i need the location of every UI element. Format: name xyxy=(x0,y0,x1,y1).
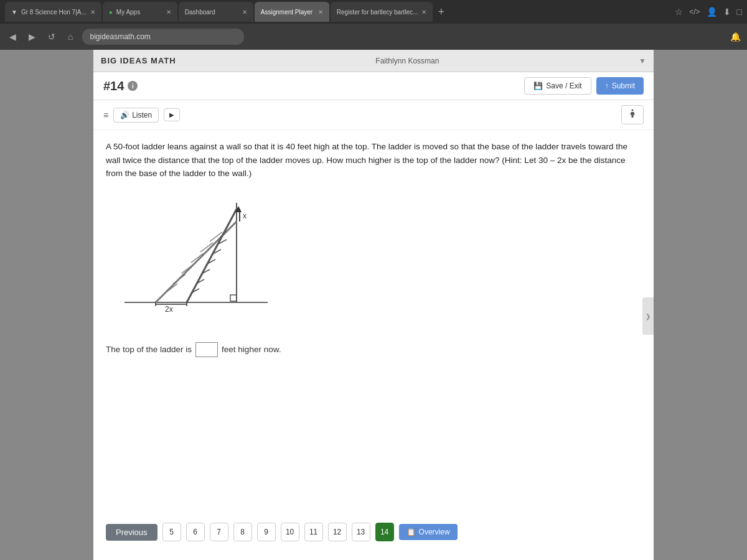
page-6[interactable]: 6 xyxy=(186,523,205,541)
svg-line-6 xyxy=(182,264,194,273)
answer-input[interactable] xyxy=(195,342,218,357)
tab-register[interactable]: Register for bartlecy bartlec... ✕ xyxy=(331,2,433,22)
forward-button[interactable]: ▶ xyxy=(26,30,39,43)
ladder-diagram: x 2x xyxy=(106,197,280,321)
info-icon[interactable]: i xyxy=(128,81,138,91)
save-exit-button[interactable]: 💾 Save / Exit xyxy=(524,77,591,95)
window-icon[interactable]: □ xyxy=(737,7,742,17)
address-bar: ◀ ▶ ↺ ⌂ 🔔 xyxy=(0,24,747,50)
diagram-area: x 2x xyxy=(93,190,654,330)
svg-point-0 xyxy=(632,110,634,111)
bim-logo: BIG IDEAS MATH xyxy=(101,56,176,65)
home-button[interactable]: ⌂ xyxy=(65,30,76,43)
tab-bar: ▼ Gr 8 Science Hon 7|A... ✕ ● My Apps ✕ … xyxy=(0,0,747,24)
navigation-bar: Previous 5 6 7 8 9 10 11 12 13 14 📋 Over… xyxy=(106,523,458,541)
code-icon[interactable]: </> xyxy=(689,7,700,16)
address-input[interactable] xyxy=(82,29,244,45)
save-icon: 💾 xyxy=(533,82,543,90)
tab-gr8-science[interactable]: ▼ Gr 8 Science Hon 7|A... ✕ xyxy=(5,2,101,22)
question-area: #14 i 💾 Save / Exit ↑ Submit ≡ xyxy=(93,72,654,560)
page-8[interactable]: 8 xyxy=(233,523,252,541)
previous-button[interactable]: Previous xyxy=(106,524,157,541)
svg-line-5 xyxy=(173,274,186,284)
audio-bar: ≡ 🔊 Listen ▶ xyxy=(93,100,654,130)
svg-line-10 xyxy=(187,209,237,302)
page-11[interactable]: 11 xyxy=(304,523,323,541)
browser-chrome: ▼ Gr 8 Science Hon 7|A... ✕ ● My Apps ✕ … xyxy=(0,0,747,50)
star-icon[interactable]: ☆ xyxy=(675,7,683,17)
overview-icon: 📋 xyxy=(406,528,416,536)
side-panel-toggle[interactable]: ❯ xyxy=(642,297,654,335)
tab-my-apps[interactable]: ● My Apps ✕ xyxy=(103,2,177,22)
main-content: BIG IDEAS MATH Faithlynn Kossman ▼ #14 i… xyxy=(93,50,654,560)
upload-icon: ↑ xyxy=(605,82,609,90)
tab-close-icon[interactable]: ✕ xyxy=(90,9,95,16)
tab-dashboard[interactable]: Dashboard ✕ xyxy=(179,2,253,22)
new-tab-button[interactable]: + xyxy=(434,6,448,19)
page-12[interactable]: 12 xyxy=(328,523,347,541)
notification-icon[interactable]: 🔔 xyxy=(730,32,741,42)
page-7[interactable]: 7 xyxy=(210,523,228,541)
question-toolbar: #14 i 💾 Save / Exit ↑ Submit xyxy=(93,72,654,100)
hamburger-icon[interactable]: ≡ xyxy=(103,110,108,120)
toolbar-buttons: 💾 Save / Exit ↑ Submit xyxy=(524,77,644,95)
bim-header: BIG IDEAS MATH Faithlynn Kossman ▼ xyxy=(93,50,654,72)
profile-icon[interactable]: 👤 xyxy=(707,7,717,17)
dropdown-arrow-icon[interactable]: ▼ xyxy=(639,57,646,65)
svg-text:x: x xyxy=(243,212,247,220)
page-13[interactable]: 13 xyxy=(352,523,370,541)
tab-close-icon[interactable]: ✕ xyxy=(242,9,247,16)
page-9[interactable]: 9 xyxy=(257,523,276,541)
question-number: #14 i xyxy=(103,79,138,93)
svg-text:2x: 2x xyxy=(165,305,173,314)
download-icon[interactable]: ⬇ xyxy=(723,7,731,17)
tab-close-icon[interactable]: ✕ xyxy=(166,9,171,16)
speaker-icon: 🔊 xyxy=(120,111,129,119)
answer-area: The top of the ladder is feet higher now… xyxy=(93,336,654,363)
page-wrapper: BIG IDEAS MATH Faithlynn Kossman ▼ #14 i… xyxy=(0,50,747,560)
back-button[interactable]: ◀ xyxy=(6,30,19,43)
svg-rect-24 xyxy=(230,295,237,301)
overview-button[interactable]: 📋 Overview xyxy=(399,524,458,540)
submit-button[interactable]: ↑ Submit xyxy=(596,77,644,95)
tab-close-icon[interactable]: ✕ xyxy=(421,9,426,16)
tab-close-icon[interactable]: ✕ xyxy=(318,9,323,16)
svg-line-4 xyxy=(165,284,177,293)
chevron-right-icon: ❯ xyxy=(646,313,651,320)
user-name: Faithlynn Kossman xyxy=(375,57,439,65)
page-5[interactable]: 5 xyxy=(162,523,181,541)
refresh-button[interactable]: ↺ xyxy=(45,30,59,43)
tab-assignment-player[interactable]: Assignment Player ✕ xyxy=(255,2,329,22)
browser-actions: 🔔 xyxy=(730,32,741,42)
page-14-active[interactable]: 14 xyxy=(375,523,394,541)
accessibility-button[interactable] xyxy=(621,105,644,124)
listen-button[interactable]: 🔊 Listen xyxy=(113,108,159,123)
play-button[interactable]: ▶ xyxy=(164,108,180,121)
problem-text: A 50-foot ladder leans against a wall so… xyxy=(93,130,654,190)
accessibility-icon xyxy=(627,113,638,121)
page-10[interactable]: 10 xyxy=(281,523,299,541)
